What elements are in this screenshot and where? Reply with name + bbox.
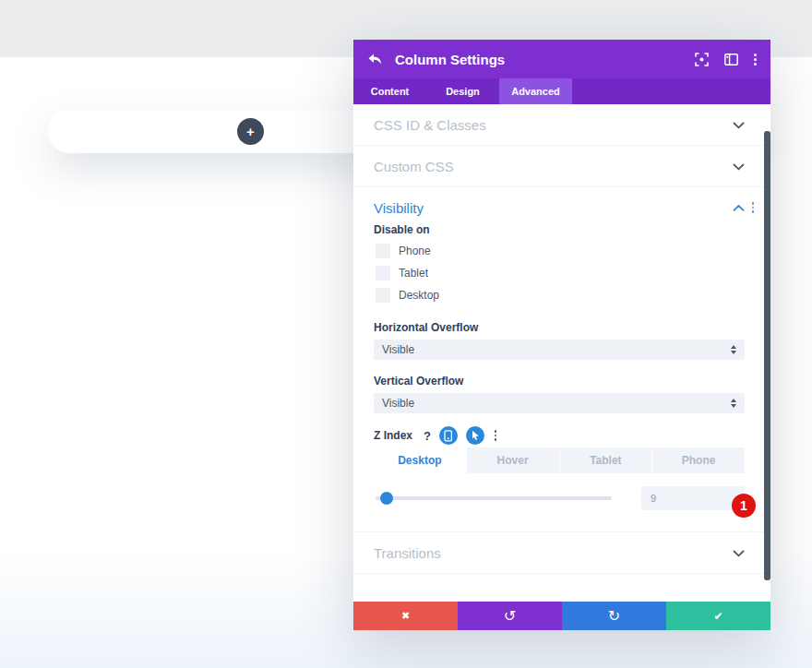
add-column-button[interactable]: + — [237, 118, 264, 145]
undo-button[interactable]: ↺ — [458, 602, 562, 630]
visibility-options-menu-icon[interactable] — [752, 202, 755, 213]
disable-on-tablet-row: Tablet — [374, 266, 745, 280]
modal-header: Column Settings — [353, 40, 770, 78]
disable-on-phone-row: Phone — [374, 244, 745, 258]
section-visibility: Visibility Disable on — [353, 187, 770, 532]
z-index-label: Z Index — [374, 429, 412, 442]
chevron-down-icon — [733, 116, 745, 133]
vertical-overflow-label: Vertical Overflow — [374, 375, 745, 388]
hover-cursor-icon[interactable] — [466, 426, 484, 445]
visibility-title: Visibility — [374, 200, 424, 216]
responsive-device-icon[interactable] — [439, 426, 458, 445]
scrollbar[interactable] — [764, 131, 770, 580]
modal-menu-icon[interactable] — [754, 54, 757, 66]
select-arrows-icon — [731, 345, 736, 354]
section-label: Transitions — [374, 545, 441, 561]
back-icon[interactable] — [367, 52, 383, 66]
horizontal-overflow-select[interactable]: Visible — [374, 340, 745, 360]
z-index-input[interactable] — [641, 486, 745, 510]
section-css-id-classes[interactable]: CSS ID & Classes — [353, 104, 770, 146]
phone-label: Phone — [399, 245, 431, 257]
desktop-checkbox[interactable] — [376, 288, 390, 303]
z-index-slider-row — [374, 486, 745, 510]
column-settings-modal: Column Settings — [353, 40, 770, 630]
chevron-up-icon[interactable] — [733, 199, 745, 216]
section-label: CSS ID & Classes — [374, 117, 486, 133]
save-button[interactable]: ✔ — [666, 602, 770, 630]
chevron-down-icon — [733, 158, 745, 174]
phone-checkbox[interactable] — [376, 244, 390, 258]
redo-button[interactable]: ↻ — [562, 602, 666, 630]
resp-tab-hover[interactable]: Hover — [467, 447, 559, 473]
horizontal-overflow-label: Horizontal Overflow — [374, 321, 745, 334]
tab-advanced[interactable]: Advanced — [499, 78, 572, 104]
slider-track[interactable] — [376, 496, 612, 500]
desktop-label: Desktop — [399, 289, 439, 302]
page-canvas: + Column Settings — [0, 0, 812, 668]
layout-panel-icon[interactable] — [724, 53, 738, 66]
horizontal-overflow-value: Visible — [382, 343, 414, 356]
expand-modal-icon[interactable] — [695, 53, 709, 66]
modal-title: Column Settings — [395, 52, 505, 67]
resp-tab-tablet[interactable]: Tablet — [560, 447, 652, 473]
cancel-button[interactable]: ✖ — [353, 602, 458, 630]
select-arrows-icon — [731, 399, 736, 408]
resp-tab-phone[interactable]: Phone — [652, 447, 745, 473]
section-transitions[interactable]: Transitions — [353, 532, 770, 574]
section-label: Custom CSS — [374, 159, 454, 174]
tab-design[interactable]: Design — [426, 78, 499, 104]
section-custom-css[interactable]: Custom CSS — [353, 146, 770, 187]
modal-tab-bar: Content Design Advanced — [353, 78, 770, 104]
tab-content[interactable]: Content — [353, 78, 426, 104]
disable-on-desktop-row: Desktop — [374, 288, 745, 303]
slider-handle[interactable] — [380, 492, 393, 505]
modal-body: CSS ID & Classes Custom CSS Vi — [353, 104, 770, 602]
tablet-label: Tablet — [399, 267, 428, 280]
chevron-down-icon — [733, 544, 745, 561]
vertical-overflow-select[interactable]: Visible — [374, 393, 745, 413]
disable-on-label: Disable on — [374, 223, 745, 236]
tablet-checkbox[interactable] — [376, 266, 390, 280]
help-icon[interactable]: ? — [424, 429, 431, 443]
resp-tab-desktop[interactable]: Desktop — [374, 447, 466, 473]
vertical-overflow-value: Visible — [382, 397, 414, 410]
z-index-options-menu-icon[interactable] — [495, 430, 497, 441]
modal-footer: ✖ ↺ ↻ ✔ — [353, 602, 770, 630]
visibility-header[interactable]: Visibility — [374, 187, 745, 211]
responsive-tabs: Desktop Hover Tablet Phone — [374, 447, 745, 473]
z-index-row: Z Index ? — [374, 426, 745, 445]
annotation-badge: 1 — [732, 494, 756, 518]
